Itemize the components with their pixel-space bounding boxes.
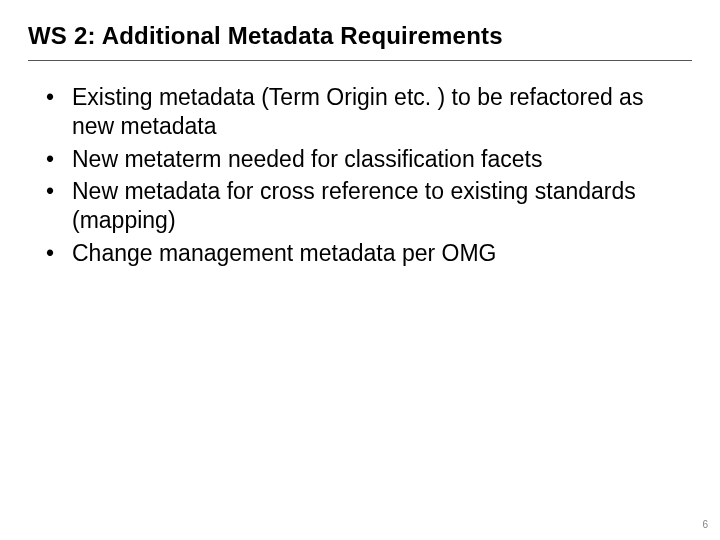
list-item: Existing metadata (Term Origin etc. ) to…	[46, 83, 672, 141]
list-item: Change management metadata per OMG	[46, 239, 672, 268]
list-item: New metaterm needed for classification f…	[46, 145, 672, 174]
list-item: New metadata for cross reference to exis…	[46, 177, 672, 235]
slide-title: WS 2: Additional Metadata Requirements	[28, 22, 692, 61]
page-number: 6	[702, 519, 708, 530]
bullet-list: Existing metadata (Term Origin etc. ) to…	[28, 83, 692, 268]
slide: WS 2: Additional Metadata Requirements E…	[0, 0, 720, 540]
